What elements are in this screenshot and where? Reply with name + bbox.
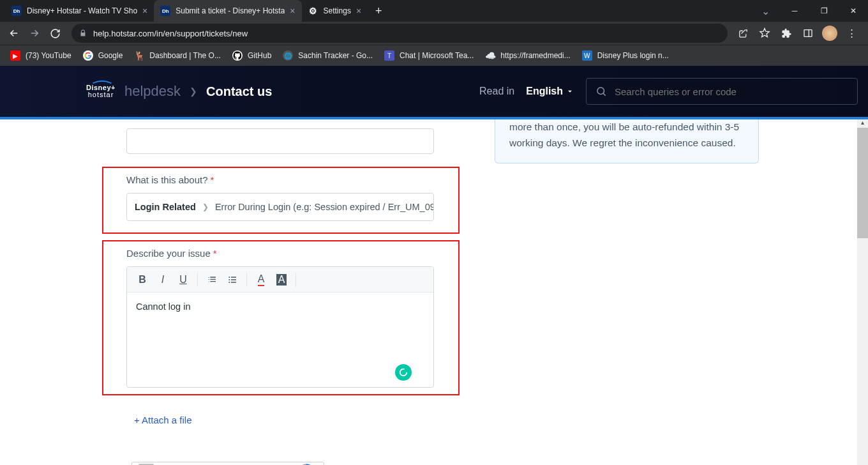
bookmark-youtube[interactable]: ▶(73) YouTube bbox=[5, 48, 77, 63]
required-star-icon: * bbox=[213, 248, 217, 259]
italic-button[interactable]: I bbox=[153, 270, 173, 290]
text-color-button[interactable]: A bbox=[251, 270, 271, 290]
form-section: What is this about?* Login Related ❯ Err… bbox=[102, 128, 460, 465]
favicon-hotstar-icon: Dh bbox=[160, 6, 170, 16]
lock-icon bbox=[79, 29, 87, 37]
tab-3[interactable]: ⚙ Settings × bbox=[302, 0, 368, 22]
tab-title: Disney+ Hotstar - Watch TV Sho bbox=[27, 6, 137, 15]
new-tab-button[interactable]: + bbox=[368, 4, 390, 18]
chevron-right-icon: ❯ bbox=[190, 86, 197, 96]
separator bbox=[296, 273, 296, 287]
helpdesk-label: helpdesk bbox=[124, 83, 181, 100]
bookmarks-bar: ▶(73) YouTube Google 🦌Dashboard | The O.… bbox=[0, 45, 868, 66]
youtube-icon: ▶ bbox=[10, 50, 20, 61]
url-text: help.hotstar.com/in/en/support/tickets/n… bbox=[93, 29, 248, 38]
gear-icon: ⚙ bbox=[308, 6, 318, 16]
tab-2[interactable]: Dh Submit a ticket - Disney+ Hotsta × bbox=[154, 0, 301, 22]
tab-strip: Dh Disney+ Hotstar - Watch TV Sho × Dh S… bbox=[0, 0, 868, 22]
toolbar: help.hotstar.com/in/en/support/tickets/n… bbox=[0, 22, 868, 45]
separator bbox=[246, 273, 247, 287]
w-icon: W bbox=[582, 50, 592, 61]
cloud-icon: ☁️ bbox=[485, 50, 495, 61]
scrollbar-track[interactable]: ▴ bbox=[857, 119, 868, 465]
svg-point-7 bbox=[228, 282, 230, 283]
sidepanel-icon[interactable] bbox=[800, 26, 816, 41]
chevron-right-icon: ❯ bbox=[202, 202, 209, 211]
google-icon bbox=[83, 50, 93, 61]
unordered-list-button[interactable] bbox=[222, 270, 243, 290]
breadcrumb-current: Contact us bbox=[206, 84, 272, 99]
scroll-up-icon[interactable]: ▴ bbox=[858, 119, 867, 127]
describe-field-highlighted: Describe your issue* B I U A A bbox=[102, 240, 460, 395]
about-cascader[interactable]: Login Related ❯ Error During Login (e.g:… bbox=[126, 193, 434, 221]
attach-file-link[interactable]: + Attach a file bbox=[134, 415, 191, 425]
profile-avatar[interactable] bbox=[822, 26, 837, 41]
globe-icon: 🌐 bbox=[283, 50, 293, 61]
scrollbar-thumb[interactable] bbox=[857, 128, 868, 238]
bookmark-sachin[interactable]: 🌐Sachin Tracker - Go... bbox=[278, 48, 378, 63]
close-icon[interactable]: × bbox=[142, 6, 147, 16]
back-button[interactable] bbox=[5, 24, 23, 42]
tab-title: Submit a ticket - Disney+ Hotsta bbox=[176, 6, 285, 15]
separator bbox=[197, 273, 198, 287]
about-label: What is this about?* bbox=[126, 174, 452, 185]
close-window-button[interactable]: ✕ bbox=[839, 0, 868, 22]
menu-icon[interactable]: ⋮ bbox=[844, 26, 859, 41]
cascader-value-2: Error During Login (e.g: Session expired… bbox=[215, 202, 434, 212]
info-card: more than once, you will be auto-refunde… bbox=[495, 119, 759, 164]
bookmark-teams[interactable]: TChat | Microsoft Tea... bbox=[379, 48, 479, 63]
bookmark-disney-login[interactable]: WDisney Plus login n... bbox=[577, 48, 674, 63]
required-star-icon: * bbox=[211, 174, 214, 185]
bookmark-github[interactable]: GitHub bbox=[227, 48, 276, 63]
page-content: Disney+ hotstar helpdesk ❯ Contact us Re… bbox=[0, 66, 868, 465]
recaptcha-icon bbox=[296, 461, 318, 465]
rich-text-editor: B I U A A Cannot log in bbox=[126, 266, 434, 388]
bookmark-framed[interactable]: ☁️https://framedmedi... bbox=[480, 48, 575, 63]
teams-icon: T bbox=[384, 50, 394, 61]
tab-1[interactable]: Dh Disney+ Hotstar - Watch TV Sho × bbox=[5, 0, 154, 22]
address-bar[interactable]: help.hotstar.com/in/en/support/tickets/n… bbox=[71, 24, 728, 43]
content-area: ▴ more than once, you will be auto-refun… bbox=[0, 119, 868, 465]
bookmark-google[interactable]: Google bbox=[78, 48, 128, 63]
svg-point-6 bbox=[228, 279, 230, 280]
ordered-list-button[interactable] bbox=[202, 270, 222, 290]
bold-button[interactable]: B bbox=[132, 270, 153, 290]
text-input[interactable] bbox=[126, 128, 434, 154]
search-input[interactable] bbox=[615, 86, 848, 97]
minimize-button[interactable]: ─ bbox=[780, 0, 809, 22]
tab-title: Settings bbox=[324, 6, 351, 15]
forward-button[interactable] bbox=[26, 24, 43, 42]
svg-line-4 bbox=[603, 93, 606, 96]
logo[interactable]: Disney+ hotstar helpdesk bbox=[86, 83, 181, 100]
deer-icon: 🦌 bbox=[134, 50, 144, 61]
close-icon[interactable]: × bbox=[356, 6, 361, 16]
extensions-icon[interactable] bbox=[779, 26, 794, 41]
language-select[interactable]: English bbox=[526, 86, 574, 97]
about-field-highlighted: What is this about?* Login Related ❯ Err… bbox=[102, 167, 460, 234]
star-icon[interactable] bbox=[757, 26, 772, 41]
search-box[interactable] bbox=[586, 78, 858, 105]
svg-rect-0 bbox=[804, 30, 812, 37]
chevron-down-icon bbox=[565, 87, 574, 96]
search-icon bbox=[595, 86, 607, 97]
browser-chrome: Dh Disney+ Hotstar - Watch TV Sho × Dh S… bbox=[0, 0, 868, 66]
share-icon[interactable] bbox=[735, 26, 751, 41]
underline-button[interactable]: U bbox=[173, 270, 193, 290]
describe-label: Describe your issue* bbox=[126, 248, 452, 259]
editor-toolbar: B I U A A bbox=[127, 267, 433, 293]
close-icon[interactable]: × bbox=[290, 6, 295, 16]
chat-fab-icon[interactable] bbox=[395, 364, 412, 381]
github-icon bbox=[232, 50, 243, 61]
background-color-button[interactable]: A bbox=[271, 270, 292, 290]
maximize-button[interactable]: ❐ bbox=[809, 0, 839, 22]
svg-point-5 bbox=[228, 277, 230, 278]
reload-button[interactable] bbox=[46, 24, 64, 42]
cascader-value-1: Login Related bbox=[135, 202, 196, 212]
editor-textarea[interactable]: Cannot log in bbox=[127, 293, 433, 387]
recaptcha[interactable] bbox=[131, 462, 324, 465]
favicon-hotstar-icon: Dh bbox=[11, 6, 22, 16]
read-in-label: Read in bbox=[479, 86, 514, 97]
svg-point-3 bbox=[597, 88, 604, 95]
chevron-down-icon[interactable]: ⌄ bbox=[751, 5, 780, 17]
bookmark-dashboard[interactable]: 🦌Dashboard | The O... bbox=[129, 48, 226, 63]
